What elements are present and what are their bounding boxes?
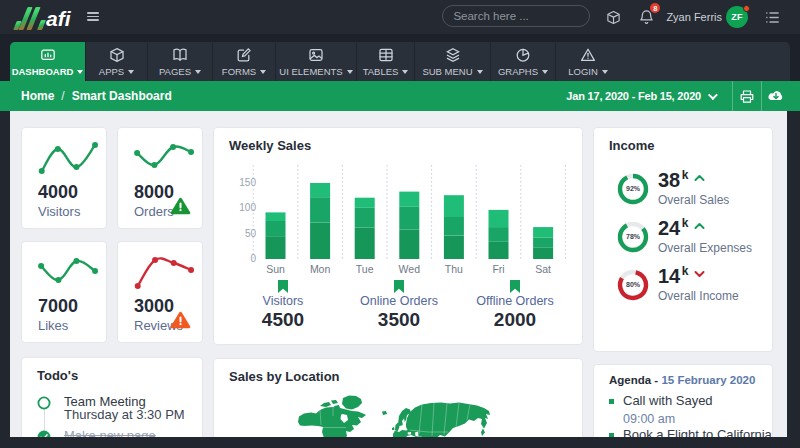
dashboard-icon [40, 47, 56, 63]
avatar-status-dot [743, 5, 750, 12]
donut-percent: 78% [617, 221, 649, 253]
stat-value: 4000 [38, 183, 106, 203]
sparkline-chart [134, 253, 196, 295]
nav-item-label: DASHBOARD [12, 66, 84, 77]
nav-item-forms[interactable]: FORMS [212, 42, 275, 81]
agenda-item-1[interactable]: Call with Sayed09:00 am [609, 394, 772, 426]
weekly-stat-label: Online Orders [360, 294, 438, 308]
svg-text:150: 150 [239, 177, 256, 188]
svg-text:100: 100 [239, 202, 256, 213]
stat-value: 3000 [134, 297, 202, 317]
logo-bars-icon [12, 6, 45, 31]
breadcrumb-home-link[interactable]: Home [21, 89, 54, 103]
stat-card-likes: 7000Likes [21, 241, 107, 343]
notification-badge: 8 [650, 3, 660, 13]
income-row-overall-expenses: 78%24kOverall Expenses [617, 213, 772, 261]
ui-elements-icon [308, 47, 324, 63]
stat-card-orders: 8000Orders [117, 127, 203, 229]
nav-item-pages[interactable]: PAGES [147, 42, 212, 81]
weekly-stat-label: Visitors [263, 294, 304, 308]
content-area: 4000Visitors8000Orders7000Likes3000Revie… [10, 111, 787, 437]
svg-text:Thu: Thu [445, 263, 463, 275]
sales-by-location-card: Sales by Location [213, 358, 583, 437]
apps-cube-icon[interactable] [606, 10, 621, 25]
notifications-bell-icon[interactable]: 8 [639, 9, 654, 25]
agenda-card: Agenda - 15 February 2020 Call with Saye… [593, 364, 773, 437]
trend-down-icon [694, 270, 705, 278]
warning-triangle-icon [170, 197, 191, 215]
breadcrumb: Home / Smart Dashboard [0, 89, 172, 103]
income-label: Overall Expenses [658, 241, 752, 255]
income-row-overall-sales: 92%38kOverall Sales [617, 165, 772, 213]
pages-icon [172, 47, 188, 63]
agenda-name: Call with Sayed [623, 394, 713, 409]
income-value: 24k [658, 218, 752, 238]
svg-text:50: 50 [245, 228, 257, 239]
income-card: Income 92%38kOverall Sales78%24kOverall … [593, 127, 773, 352]
user-name[interactable]: Zyan Ferris [666, 11, 722, 23]
nav-item-dashboard[interactable]: DASHBOARD [10, 42, 85, 81]
agenda-title: Agenda - 15 February 2020 [594, 365, 772, 388]
nav-item-ui-elements[interactable]: UI ELEMENTS [275, 42, 356, 81]
settings-list-icon[interactable] [766, 12, 779, 23]
stat-cards-grid: 4000Visitors8000Orders7000Likes3000Revie… [21, 127, 203, 343]
todo-done-icon[interactable] [37, 430, 51, 437]
todo-name: Make new page [64, 429, 156, 437]
chevron-down-icon [260, 70, 266, 74]
agenda-name: Book a Flight to California [623, 428, 772, 437]
nav-item-label: LOGIN [568, 66, 608, 77]
nav-item-label: SUB MENU [422, 66, 482, 77]
agenda-bullet [609, 399, 614, 404]
chevron-down-icon [602, 70, 608, 74]
agenda-time: 09:00 am [623, 412, 713, 426]
logo[interactable]: afi [12, 3, 71, 31]
agenda-bullet [609, 433, 614, 437]
nav-item-tables[interactable]: TABLES [356, 42, 414, 81]
trend-up-icon [694, 174, 705, 182]
bookmark-icon [510, 280, 520, 293]
breadcrumb-actions: Jan 17, 2020 - Feb 15, 2020 [566, 81, 800, 111]
bookmark-icon [394, 280, 404, 293]
svg-text:Sun: Sun [266, 263, 285, 275]
right-column: Income 92%38kOverall Sales78%24kOverall … [593, 127, 773, 437]
sparkline-chart [38, 139, 100, 181]
date-range-picker[interactable]: Jan 17, 2020 - Feb 15, 2020 [566, 90, 732, 102]
search-input[interactable] [443, 10, 590, 22]
breadcrumb-current: Smart Dashboard [72, 89, 172, 103]
nav-item-sub-menu[interactable]: SUB MENU [414, 42, 490, 81]
trend-up-icon [694, 222, 705, 230]
download-button[interactable] [761, 81, 790, 111]
submenu-icon [445, 47, 461, 63]
income-value: 38k [658, 170, 729, 190]
agenda-item-2[interactable]: Book a Flight to California [609, 428, 772, 437]
nav-item-label: GRAPHS [498, 66, 548, 77]
breadcrumb-separator: / [61, 89, 64, 103]
income-label: Overall Sales [658, 193, 729, 207]
weekly-stat-offline-orders: Offline Orders2000 [446, 280, 584, 331]
chevron-down-icon [195, 70, 201, 74]
todos-title: Todo's [22, 358, 202, 385]
donut-percent: 80% [617, 269, 649, 301]
stat-card-visitors: 4000Visitors [21, 127, 107, 229]
nav-item-login[interactable]: LOGIN [555, 42, 620, 81]
stat-label: Likes [38, 318, 106, 333]
svg-text:Fri: Fri [492, 263, 504, 275]
todo-item-1[interactable]: Team MeetingThursday at 3:30 PM [37, 395, 202, 421]
world-map[interactable] [214, 394, 582, 437]
nav-item-graphs[interactable]: GRAPHS [490, 42, 555, 81]
sidebar-toggle-button[interactable] [87, 12, 99, 21]
search-box [442, 5, 590, 27]
stat-label: Visitors [38, 204, 106, 219]
todo-open-icon[interactable] [37, 396, 51, 410]
weekly-stat-value: 4500 [262, 309, 304, 331]
nav-item-apps[interactable]: APPS [85, 42, 147, 81]
todo-item-2[interactable]: Make new page [37, 429, 202, 437]
chevron-down-icon [542, 70, 548, 74]
forms-icon [236, 47, 252, 63]
todo-texts: Team MeetingThursday at 3:30 PM [64, 395, 185, 421]
print-button[interactable] [732, 81, 761, 111]
avatar-initials: ZF [731, 12, 743, 22]
user-avatar[interactable]: ZF [726, 6, 748, 28]
todo-detail: Thursday at 3:30 PM [64, 408, 185, 421]
stat-card-reviews: 3000Reviews [117, 241, 203, 343]
